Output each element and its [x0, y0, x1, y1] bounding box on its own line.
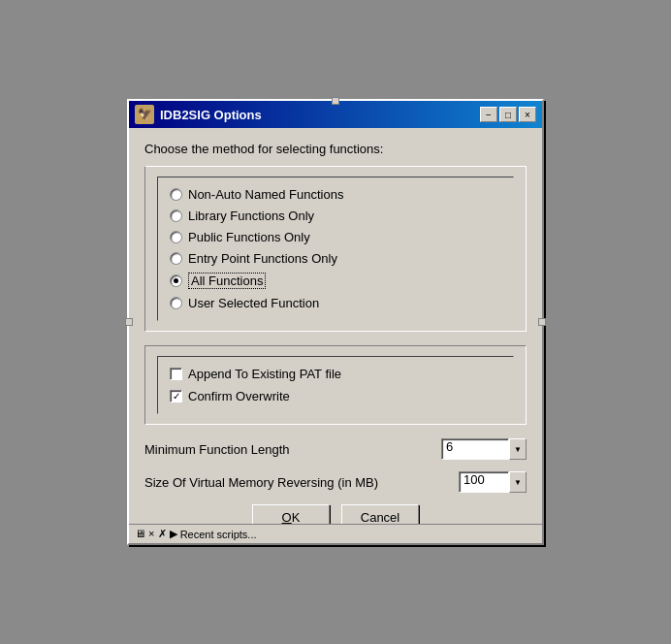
radio-non-auto[interactable]: Non-Auto Named Functions [170, 187, 501, 202]
checkbox-confirm-label: Confirm Overwrite [188, 389, 290, 403]
resize-handle-top[interactable] [332, 97, 339, 105]
radio-public-button[interactable] [170, 231, 182, 243]
radio-user-button[interactable] [170, 297, 182, 309]
app-icon: 🦅 [135, 105, 154, 124]
virtual-memory-dropdown-btn[interactable]: ▼ [509, 471, 527, 493]
radio-all[interactable]: All Functions [170, 273, 501, 289]
radio-library[interactable]: Library Functions Only [170, 209, 501, 223]
window-title: IDB2SIG Options [160, 108, 262, 122]
title-bar-buttons: − □ × [480, 107, 536, 122]
checkbox-append[interactable]: Append To Existing PAT file [170, 367, 501, 381]
checkbox-confirm-box[interactable]: ✓ [170, 390, 182, 402]
virtual-memory-row: Size Of Virtual Memory Reversing (in MB)… [144, 471, 527, 493]
title-bar: 🦅 IDB2SIG Options − □ × [129, 101, 542, 128]
min-function-dropdown-btn[interactable]: ▼ [509, 438, 527, 460]
radio-public[interactable]: Public Functions Only [170, 230, 501, 244]
hint-icon: 🖥 × ✗ ▶ [135, 528, 177, 540]
hint-text: Recent scripts... [180, 529, 257, 540]
checkbox-append-box[interactable] [170, 368, 182, 380]
min-function-label: Minimum Function Length [144, 442, 290, 457]
resize-handle-right[interactable] [538, 318, 546, 326]
checkbox-confirm-check: ✓ [173, 392, 180, 402]
radio-non-auto-button[interactable] [170, 188, 182, 201]
radio-group-box: Non-Auto Named Functions Library Functio… [144, 166, 527, 332]
radio-group-inner: Non-Auto Named Functions Library Functio… [157, 177, 514, 321]
radio-user-label: User Selected Function [188, 296, 319, 310]
radio-all-dot [174, 278, 178, 283]
minimize-button[interactable]: − [480, 107, 497, 122]
method-section-label: Choose the method for selecting function… [144, 142, 527, 156]
min-function-dropdown[interactable]: 6 ▼ [441, 438, 527, 460]
window-body: Choose the method for selecting function… [129, 128, 542, 543]
taskbar-hint: 🖥 × ✗ ▶ Recent scripts... [129, 524, 542, 543]
radio-all-label: All Functions [188, 273, 266, 289]
ok-label: OK [282, 510, 301, 525]
virtual-memory-input[interactable]: 100 [459, 471, 509, 493]
checkbox-confirm[interactable]: ✓ Confirm Overwrite [170, 389, 501, 403]
radio-public-label: Public Functions Only [188, 230, 310, 244]
restore-button[interactable]: □ [499, 107, 517, 122]
radio-library-button[interactable] [170, 209, 182, 222]
radio-entry[interactable]: Entry Point Functions Only [170, 251, 501, 266]
radio-user[interactable]: User Selected Function [170, 296, 501, 310]
radio-all-button[interactable] [170, 274, 182, 287]
radio-entry-button[interactable] [170, 252, 182, 265]
radio-entry-label: Entry Point Functions Only [188, 251, 337, 266]
resize-handle-left[interactable] [125, 318, 133, 326]
checkbox-group: Append To Existing PAT file ✓ Confirm Ov… [144, 345, 527, 425]
radio-non-auto-label: Non-Auto Named Functions [188, 187, 343, 202]
checkbox-group-inner: Append To Existing PAT file ✓ Confirm Ov… [157, 356, 514, 414]
min-function-row: Minimum Function Length 6 ▼ [144, 438, 527, 460]
close-button[interactable]: × [519, 107, 536, 122]
title-bar-left: 🦅 IDB2SIG Options [135, 105, 262, 124]
main-window: 🦅 IDB2SIG Options − □ × Choose the metho… [127, 99, 544, 545]
radio-library-label: Library Functions Only [188, 209, 314, 223]
virtual-memory-label: Size Of Virtual Memory Reversing (in MB) [144, 475, 378, 490]
virtual-memory-dropdown[interactable]: 100 ▼ [459, 471, 527, 493]
checkbox-append-label: Append To Existing PAT file [188, 367, 341, 381]
min-function-input[interactable]: 6 [441, 438, 509, 460]
